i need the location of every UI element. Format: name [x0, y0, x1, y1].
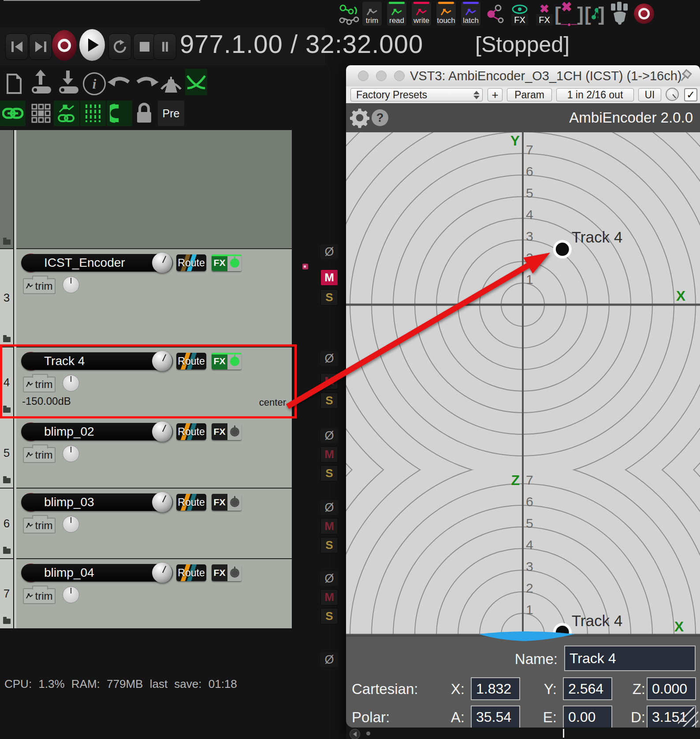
gear-icon[interactable] — [349, 107, 371, 131]
fx-enable-toggle[interactable] — [227, 564, 242, 581]
track-name[interactable]: blimp_02 — [21, 423, 173, 440]
help-icon[interactable]: ? — [372, 109, 388, 126]
track-number[interactable]: 7 — [0, 558, 13, 628]
position-graph[interactable]: 1234567Track 41234567Track 4YXZX — [346, 132, 700, 635]
track-name[interactable]: ICST_Encoder — [21, 254, 173, 272]
x-field[interactable]: 1.832 — [471, 677, 520, 700]
automation-read-button[interactable]: read — [387, 2, 406, 26]
track-number[interactable]: 6 — [0, 488, 13, 558]
volume-knob[interactable] — [152, 253, 172, 273]
pan-knob[interactable] — [63, 375, 79, 392]
track-name[interactable]: Track 4 — [21, 352, 173, 370]
automation-write-button[interactable]: write — [412, 2, 431, 26]
track-number[interactable]: 4 — [0, 347, 13, 417]
routing-matrix-icon[interactable] — [338, 3, 361, 26]
track-row[interactable]: blimp_04RouteFXtrim — [16, 558, 292, 628]
phase-button[interactable]: Ø — [320, 428, 338, 443]
solo-button[interactable]: S — [320, 465, 338, 481]
fx-button[interactable]: FX — [212, 353, 242, 370]
resize-grip[interactable] — [678, 707, 698, 727]
phase-button[interactable]: Ø — [320, 652, 338, 667]
y-field[interactable]: 2.564 — [563, 677, 612, 700]
phase-button[interactable]: Ø — [320, 244, 338, 259]
ui-button[interactable]: UI — [638, 88, 661, 101]
automation-touch-button[interactable]: touch — [436, 2, 456, 26]
ruler-grid-button[interactable] — [80, 101, 106, 126]
new-project-icon[interactable] — [6, 73, 22, 96]
item-grouping-button[interactable] — [0, 101, 26, 126]
volume-knob[interactable] — [152, 563, 172, 583]
name-field[interactable]: Track 4 — [564, 646, 696, 671]
plugin-titlebar[interactable]: VST3: AmbiEncoder_O3_1CH (ICST) (1->16ch… — [346, 65, 700, 87]
pan-knob[interactable] — [63, 516, 79, 533]
fx-visibility-button[interactable]: FX — [510, 1, 530, 26]
track-row[interactable]: Track 4RouteFXtrim-150.00dBcenter — [16, 347, 292, 417]
mute-button[interactable]: M — [320, 269, 338, 286]
solo-button[interactable]: S — [320, 608, 338, 624]
track-name[interactable]: blimp_03 — [21, 493, 173, 511]
grid-toggle-button[interactable] — [28, 101, 54, 126]
lock-icon[interactable] — [135, 102, 153, 126]
pin-icon[interactable] — [678, 69, 693, 86]
track-row[interactable]: blimp_03RouteFXtrim — [16, 488, 292, 558]
mute-button[interactable]: M — [320, 518, 338, 534]
trim-envelope-button[interactable]: trim — [23, 518, 56, 534]
stop-button[interactable] — [133, 34, 156, 60]
phase-button[interactable]: Ø — [320, 500, 338, 515]
snap-magnet-button[interactable] — [107, 101, 132, 126]
automation-latch-button[interactable]: latch — [461, 2, 480, 26]
bypass-checkbox[interactable]: ✓ — [684, 88, 697, 101]
track-number[interactable]: 3 — [0, 248, 13, 347]
trim-envelope-button[interactable]: trim — [23, 278, 56, 294]
window-close-button[interactable] — [358, 71, 369, 81]
a-field[interactable]: 35.54 — [471, 705, 520, 728]
trim-envelope-button[interactable]: trim — [23, 588, 56, 604]
io-button[interactable]: 1 in 2/16 out — [556, 88, 634, 101]
scroll-left-button[interactable] — [350, 729, 360, 739]
mute-button[interactable]: M — [320, 446, 338, 463]
pan-knob[interactable] — [63, 586, 79, 603]
pan-knob[interactable] — [63, 276, 79, 293]
automation-nodes-icon[interactable] — [483, 4, 507, 25]
pause-button[interactable] — [153, 34, 176, 60]
fx-enable-toggle[interactable] — [227, 494, 242, 511]
track-number[interactable]: 5 — [0, 417, 13, 488]
fx-enable-toggle[interactable] — [227, 353, 242, 370]
record-button[interactable] — [52, 30, 77, 61]
solo-button[interactable]: S — [320, 392, 338, 409]
grouping-hand-icon[interactable] — [607, 2, 632, 26]
repeat-button[interactable] — [108, 34, 131, 60]
trim-envelope-button[interactable]: trim — [23, 447, 56, 463]
track-row[interactable]: ICST_EncoderRouteFXtrim — [16, 248, 292, 347]
z-field[interactable]: 0.000 — [647, 677, 696, 700]
envelope-grouping-button[interactable] — [54, 101, 79, 126]
automation-trim-button[interactable]: trim — [362, 2, 382, 26]
fx-bypass-button[interactable]: ✖ FX — [534, 1, 555, 26]
pan-knob[interactable] — [63, 445, 79, 462]
undo-icon[interactable] — [107, 74, 132, 93]
solo-button[interactable]: S — [320, 289, 338, 306]
mute-button[interactable]: M — [320, 373, 338, 389]
wet-dry-knob[interactable] — [666, 88, 679, 101]
track-name[interactable]: blimp_04 — [21, 564, 173, 582]
phase-button[interactable]: Ø — [320, 571, 338, 586]
route-button[interactable]: Route — [176, 494, 206, 511]
fx-button[interactable]: FX — [212, 564, 242, 581]
unbypass-all-button[interactable]: [✖―●―] — [558, 3, 580, 26]
project-bay-icon[interactable] — [160, 71, 182, 96]
master-record-icon[interactable] — [634, 4, 654, 24]
save-project-icon[interactable] — [56, 70, 80, 96]
transport-time[interactable]: 977.1.00 / 32:32.000 — [180, 29, 423, 59]
mute-button[interactable]: M — [320, 589, 338, 605]
preset-add-button[interactable]: + — [488, 88, 503, 101]
window-zoom-button[interactable] — [394, 71, 405, 81]
volume-knob[interactable] — [152, 351, 172, 371]
go-to-start-button[interactable] — [5, 34, 28, 60]
envelope-group-button[interactable]: [ ] — [585, 3, 605, 26]
route-button[interactable]: Route — [176, 564, 206, 581]
window-minimize-button[interactable] — [376, 71, 387, 81]
crossfade-editor-button[interactable] — [185, 69, 207, 95]
redo-icon[interactable] — [134, 74, 160, 93]
pre-button[interactable]: Pre — [158, 101, 184, 126]
route-button[interactable]: Route — [176, 353, 206, 370]
